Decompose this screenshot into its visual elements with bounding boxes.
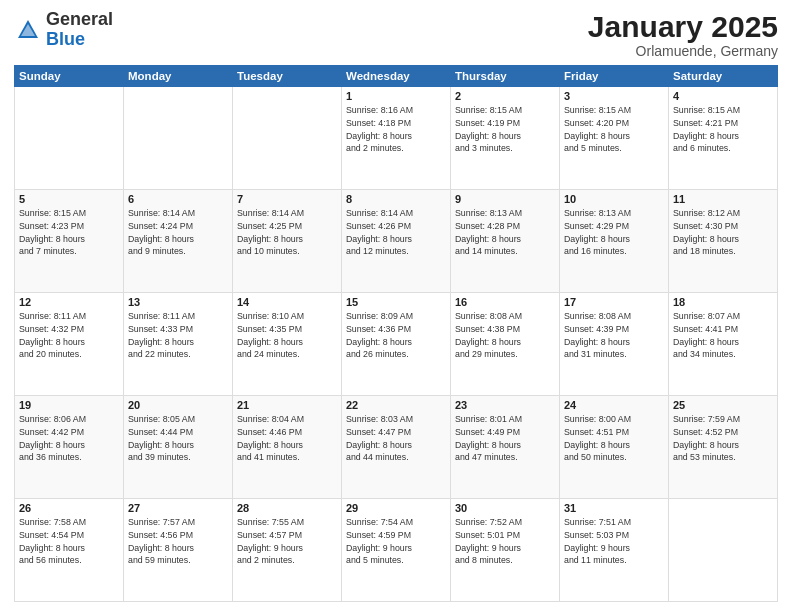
calendar-week-row: 12Sunrise: 8:11 AM Sunset: 4:32 PM Dayli… xyxy=(15,293,778,396)
day-info: Sunrise: 8:08 AM Sunset: 4:38 PM Dayligh… xyxy=(455,310,555,361)
day-info: Sunrise: 8:15 AM Sunset: 4:19 PM Dayligh… xyxy=(455,104,555,155)
calendar-week-row: 26Sunrise: 7:58 AM Sunset: 4:54 PM Dayli… xyxy=(15,499,778,602)
calendar-cell: 1Sunrise: 8:16 AM Sunset: 4:18 PM Daylig… xyxy=(342,87,451,190)
day-info: Sunrise: 8:00 AM Sunset: 4:51 PM Dayligh… xyxy=(564,413,664,464)
calendar-cell: 14Sunrise: 8:10 AM Sunset: 4:35 PM Dayli… xyxy=(233,293,342,396)
day-number: 7 xyxy=(237,193,337,205)
calendar-cell: 25Sunrise: 7:59 AM Sunset: 4:52 PM Dayli… xyxy=(669,396,778,499)
day-number: 9 xyxy=(455,193,555,205)
day-info: Sunrise: 7:57 AM Sunset: 4:56 PM Dayligh… xyxy=(128,516,228,567)
day-number: 4 xyxy=(673,90,773,102)
day-info: Sunrise: 8:09 AM Sunset: 4:36 PM Dayligh… xyxy=(346,310,446,361)
weekday-header: Tuesday xyxy=(233,66,342,87)
day-number: 11 xyxy=(673,193,773,205)
calendar-cell: 22Sunrise: 8:03 AM Sunset: 4:47 PM Dayli… xyxy=(342,396,451,499)
day-number: 19 xyxy=(19,399,119,411)
day-number: 12 xyxy=(19,296,119,308)
day-number: 3 xyxy=(564,90,664,102)
day-number: 5 xyxy=(19,193,119,205)
weekday-header-row: SundayMondayTuesdayWednesdayThursdayFrid… xyxy=(15,66,778,87)
day-info: Sunrise: 8:14 AM Sunset: 4:26 PM Dayligh… xyxy=(346,207,446,258)
weekday-header: Monday xyxy=(124,66,233,87)
day-number: 6 xyxy=(128,193,228,205)
day-info: Sunrise: 8:15 AM Sunset: 4:21 PM Dayligh… xyxy=(673,104,773,155)
calendar-cell: 3Sunrise: 8:15 AM Sunset: 4:20 PM Daylig… xyxy=(560,87,669,190)
day-number: 25 xyxy=(673,399,773,411)
calendar-cell xyxy=(669,499,778,602)
day-number: 15 xyxy=(346,296,446,308)
day-info: Sunrise: 8:15 AM Sunset: 4:23 PM Dayligh… xyxy=(19,207,119,258)
calendar-cell: 16Sunrise: 8:08 AM Sunset: 4:38 PM Dayli… xyxy=(451,293,560,396)
day-info: Sunrise: 8:11 AM Sunset: 4:32 PM Dayligh… xyxy=(19,310,119,361)
day-number: 14 xyxy=(237,296,337,308)
calendar-cell: 24Sunrise: 8:00 AM Sunset: 4:51 PM Dayli… xyxy=(560,396,669,499)
location-title: Orlamuende, Germany xyxy=(588,43,778,59)
calendar-table: SundayMondayTuesdayWednesdayThursdayFrid… xyxy=(14,65,778,602)
calendar-cell: 26Sunrise: 7:58 AM Sunset: 4:54 PM Dayli… xyxy=(15,499,124,602)
day-info: Sunrise: 8:13 AM Sunset: 4:29 PM Dayligh… xyxy=(564,207,664,258)
day-number: 8 xyxy=(346,193,446,205)
day-info: Sunrise: 8:07 AM Sunset: 4:41 PM Dayligh… xyxy=(673,310,773,361)
day-number: 28 xyxy=(237,502,337,514)
calendar-cell: 20Sunrise: 8:05 AM Sunset: 4:44 PM Dayli… xyxy=(124,396,233,499)
weekday-header: Wednesday xyxy=(342,66,451,87)
weekday-header: Saturday xyxy=(669,66,778,87)
logo-text: General Blue xyxy=(46,10,113,50)
calendar-cell: 12Sunrise: 8:11 AM Sunset: 4:32 PM Dayli… xyxy=(15,293,124,396)
day-number: 31 xyxy=(564,502,664,514)
day-number: 17 xyxy=(564,296,664,308)
calendar-cell: 5Sunrise: 8:15 AM Sunset: 4:23 PM Daylig… xyxy=(15,190,124,293)
calendar-cell: 7Sunrise: 8:14 AM Sunset: 4:25 PM Daylig… xyxy=(233,190,342,293)
day-info: Sunrise: 8:15 AM Sunset: 4:20 PM Dayligh… xyxy=(564,104,664,155)
calendar-cell xyxy=(15,87,124,190)
day-number: 16 xyxy=(455,296,555,308)
calendar-cell: 9Sunrise: 8:13 AM Sunset: 4:28 PM Daylig… xyxy=(451,190,560,293)
weekday-header: Thursday xyxy=(451,66,560,87)
weekday-header: Sunday xyxy=(15,66,124,87)
day-info: Sunrise: 7:55 AM Sunset: 4:57 PM Dayligh… xyxy=(237,516,337,567)
day-number: 27 xyxy=(128,502,228,514)
day-info: Sunrise: 8:14 AM Sunset: 4:24 PM Dayligh… xyxy=(128,207,228,258)
logo-blue: Blue xyxy=(46,29,85,49)
calendar-cell: 18Sunrise: 8:07 AM Sunset: 4:41 PM Dayli… xyxy=(669,293,778,396)
day-info: Sunrise: 8:13 AM Sunset: 4:28 PM Dayligh… xyxy=(455,207,555,258)
calendar-cell: 29Sunrise: 7:54 AM Sunset: 4:59 PM Dayli… xyxy=(342,499,451,602)
page: General Blue January 2025 Orlamuende, Ge… xyxy=(0,0,792,612)
day-number: 26 xyxy=(19,502,119,514)
day-info: Sunrise: 8:01 AM Sunset: 4:49 PM Dayligh… xyxy=(455,413,555,464)
logo-general: General xyxy=(46,9,113,29)
day-info: Sunrise: 8:10 AM Sunset: 4:35 PM Dayligh… xyxy=(237,310,337,361)
calendar-cell: 13Sunrise: 8:11 AM Sunset: 4:33 PM Dayli… xyxy=(124,293,233,396)
calendar-cell: 8Sunrise: 8:14 AM Sunset: 4:26 PM Daylig… xyxy=(342,190,451,293)
day-info: Sunrise: 8:11 AM Sunset: 4:33 PM Dayligh… xyxy=(128,310,228,361)
day-number: 2 xyxy=(455,90,555,102)
calendar-cell: 15Sunrise: 8:09 AM Sunset: 4:36 PM Dayli… xyxy=(342,293,451,396)
day-number: 20 xyxy=(128,399,228,411)
calendar-cell: 11Sunrise: 8:12 AM Sunset: 4:30 PM Dayli… xyxy=(669,190,778,293)
day-number: 13 xyxy=(128,296,228,308)
calendar-cell: 4Sunrise: 8:15 AM Sunset: 4:21 PM Daylig… xyxy=(669,87,778,190)
day-info: Sunrise: 7:54 AM Sunset: 4:59 PM Dayligh… xyxy=(346,516,446,567)
day-number: 30 xyxy=(455,502,555,514)
calendar-cell: 17Sunrise: 8:08 AM Sunset: 4:39 PM Dayli… xyxy=(560,293,669,396)
day-info: Sunrise: 8:04 AM Sunset: 4:46 PM Dayligh… xyxy=(237,413,337,464)
day-info: Sunrise: 8:05 AM Sunset: 4:44 PM Dayligh… xyxy=(128,413,228,464)
day-number: 21 xyxy=(237,399,337,411)
day-info: Sunrise: 8:12 AM Sunset: 4:30 PM Dayligh… xyxy=(673,207,773,258)
calendar-cell: 21Sunrise: 8:04 AM Sunset: 4:46 PM Dayli… xyxy=(233,396,342,499)
title-block: January 2025 Orlamuende, Germany xyxy=(588,10,778,59)
header: General Blue January 2025 Orlamuende, Ge… xyxy=(14,10,778,59)
day-info: Sunrise: 8:16 AM Sunset: 4:18 PM Dayligh… xyxy=(346,104,446,155)
calendar-cell: 23Sunrise: 8:01 AM Sunset: 4:49 PM Dayli… xyxy=(451,396,560,499)
calendar-week-row: 19Sunrise: 8:06 AM Sunset: 4:42 PM Dayli… xyxy=(15,396,778,499)
weekday-header: Friday xyxy=(560,66,669,87)
calendar-cell xyxy=(124,87,233,190)
calendar-cell: 28Sunrise: 7:55 AM Sunset: 4:57 PM Dayli… xyxy=(233,499,342,602)
day-number: 22 xyxy=(346,399,446,411)
day-info: Sunrise: 8:03 AM Sunset: 4:47 PM Dayligh… xyxy=(346,413,446,464)
day-number: 10 xyxy=(564,193,664,205)
day-number: 1 xyxy=(346,90,446,102)
calendar-cell: 31Sunrise: 7:51 AM Sunset: 5:03 PM Dayli… xyxy=(560,499,669,602)
day-info: Sunrise: 8:14 AM Sunset: 4:25 PM Dayligh… xyxy=(237,207,337,258)
calendar-body: 1Sunrise: 8:16 AM Sunset: 4:18 PM Daylig… xyxy=(15,87,778,602)
